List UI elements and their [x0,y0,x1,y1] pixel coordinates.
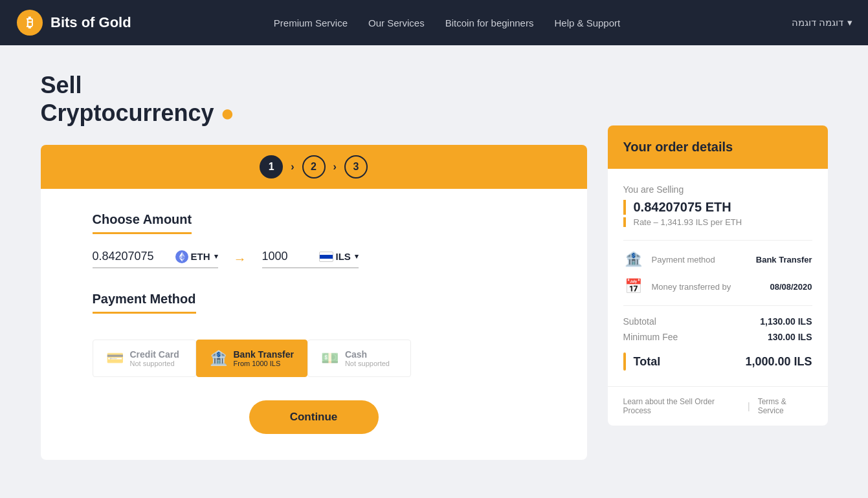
order-transfer-date-row: 📅 Money transferred by 08/08/2020 [623,278,812,295]
step-2-label: 2 [311,161,317,173]
order-divider-1 [623,240,812,241]
credit-card-icon: 💳 [106,350,124,367]
terms-link[interactable]: Terms & Service [758,397,812,415]
eth-chevron-icon: ▾ [214,252,218,261]
nav-premium-service[interactable]: Premium Service [274,17,348,28]
bank-transfer-sub: From 1000 ILS [234,360,294,367]
ils-currency-selector[interactable]: ILS ▾ [319,251,359,262]
footer-separator: | [748,401,750,411]
ils-flag-icon [319,252,333,262]
order-transfer-label: Money transferred by [652,282,762,292]
step-arrow-1: › [291,161,294,173]
bank-transfer-name: Bank Transfer [234,349,294,360]
total-label: Total [634,355,661,369]
form-container: 1 › 2 › 3 Choose Amount [41,145,587,460]
eth-icon [175,250,188,263]
learn-link[interactable]: Learn about the Sell Order Process [623,397,740,415]
cash-icon: 💵 [321,350,339,367]
navbar: ₿ Bits of Gold Premium Service Our Servi… [0,0,868,45]
form-card: Choose Amount [41,189,587,460]
nav-help-support[interactable]: Help & Support [554,17,620,28]
payment-option-bank-transfer[interactable]: 🏦 Bank Transfer From 1000 ILS [196,340,307,377]
order-footer: Learn about the Sell Order Process | Ter… [608,386,828,426]
svg-text:₿: ₿ [27,16,33,30]
main-form-col: Sell Cryptocurrency ● 1 › 2 › 3 [41,71,587,460]
order-body: You are Selling 0.84207075 ETH Rate – 1,… [608,169,828,386]
choose-amount-section: Choose Amount [93,212,535,268]
title-line1: Sell [41,72,82,98]
order-payment-value: Bank Transfer [756,255,812,265]
step-2[interactable]: 2 [302,155,326,179]
order-header: Your order details [608,125,828,169]
ils-amount-input[interactable] [262,250,314,263]
bank-icon: 🏦 [623,251,644,268]
payment-method-label: Payment Method [93,292,196,314]
total-bar-accent [623,352,626,371]
amount-row: ETH ▾ → ILS ▾ [93,250,535,268]
ils-input-group: ILS ▾ [262,250,359,268]
order-details-card: Your order details You are Selling 0.842… [608,125,828,426]
ils-chevron-icon: ▾ [355,252,359,261]
step-1-label: 1 [269,161,274,173]
page-content: Sell Cryptocurrency ● 1 › 2 › 3 [20,45,849,486]
cash-sub: Not supported [345,360,390,367]
eth-label: ETH [191,251,210,262]
choose-amount-label: Choose Amount [93,212,192,234]
bank-transfer-text: Bank Transfer From 1000 ILS [234,349,294,367]
brand-name: Bits of Gold [50,14,131,31]
continue-button[interactable]: Continue [249,400,379,434]
total-row: Total 1,000.00 ILS [623,352,812,371]
subtotal-row: Subtotal 1,130.00 ILS [623,316,812,327]
order-transfer-value: 08/08/2020 [770,282,812,292]
crypto-amount-input[interactable] [93,250,170,263]
order-payment-label: Payment method [652,255,748,265]
you-are-selling-label: You are Selling [623,184,812,195]
title-dot: ● [214,100,235,126]
minimum-fee-value: 130.00 ILS [768,332,812,342]
payment-option-credit-card: 💳 Credit Card Not supported [93,340,196,377]
page-title: Sell Cryptocurrency ● [41,71,587,127]
chevron-down-icon: ▾ [847,17,852,28]
step-1[interactable]: 1 [260,155,283,179]
crypto-input-group: ETH ▾ [93,250,218,268]
payment-option-cash: 💵 Cash Not supported [307,340,411,377]
order-payment-method-row: 🏦 Payment method Bank Transfer [623,251,812,268]
cash-text: Cash Not supported [345,349,390,367]
minimum-fee-label: Minimum Fee [623,332,678,342]
steps-bar: 1 › 2 › 3 [41,145,587,189]
step-3[interactable]: 3 [344,155,368,179]
cash-name: Cash [345,349,390,360]
order-eth-amount: 0.84207075 ETH [623,200,812,215]
step-3-label: 3 [353,161,359,173]
crypto-currency-selector[interactable]: ETH ▾ [175,250,218,263]
title-line2: Cryptocurrency [41,100,214,126]
total-value: 1,000.00 ILS [745,355,812,369]
payment-method-section: Payment Method 💳 Credit Card Not support… [93,292,535,377]
arrow-right-icon: → [234,252,247,266]
nav-bitcoin-beginners[interactable]: Bitcoin for beginners [445,17,534,28]
credit-card-name: Credit Card [130,349,179,360]
subtotal-label: Subtotal [623,316,656,327]
subtotal-value: 1,130.00 ILS [760,316,812,327]
step-arrow-2: › [333,161,337,173]
total-left: Total [623,352,661,371]
brand-logo[interactable]: ₿ Bits of Gold [16,8,145,37]
bank-transfer-icon: 🏦 [210,350,227,367]
order-rate: Rate – 1,341.93 ILS per ETH [623,217,812,227]
credit-card-sub: Not supported [130,360,179,367]
calendar-icon: 📅 [623,278,644,295]
nav-our-services[interactable]: Our Services [368,17,425,28]
payment-options: 💳 Credit Card Not supported 🏦 Bank Trans… [93,340,535,377]
nav-links: Premium Service Our Services Bitcoin for… [145,17,749,28]
order-divider-2 [623,305,812,306]
user-menu[interactable]: דוגמה דוגמה ▾ [749,17,852,28]
logo-icon: ₿ [16,8,44,37]
ils-label: ILS [336,251,351,262]
user-label: דוגמה דוגמה [792,17,843,28]
credit-card-text: Credit Card Not supported [130,349,179,367]
minimum-fee-row: Minimum Fee 130.00 ILS [623,332,812,342]
